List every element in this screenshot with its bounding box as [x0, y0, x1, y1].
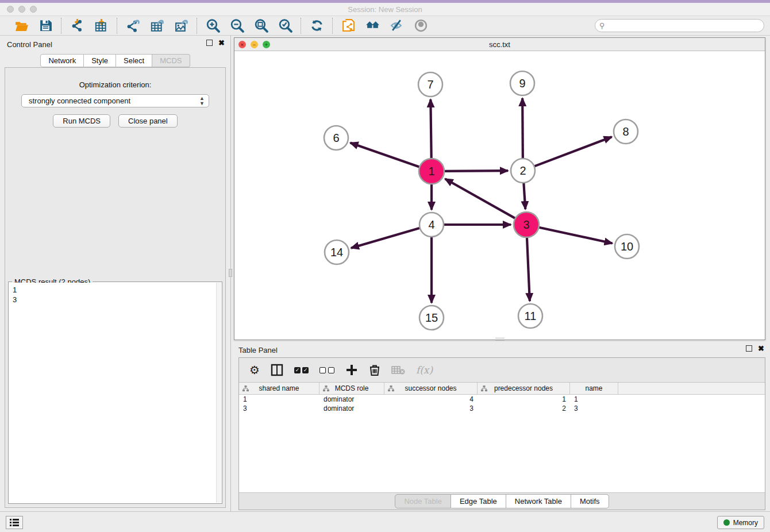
table-cell[interactable]: 3 [239, 404, 319, 413]
float-panel-icon[interactable] [206, 40, 213, 46]
tab-mcds[interactable]: MCDS [152, 54, 190, 67]
graph-node-14[interactable]: 14 [325, 240, 349, 264]
tab-select[interactable]: Select [116, 54, 152, 67]
select-all-columns-icon[interactable]: ✓✓ [294, 367, 309, 373]
graph-edge-1-2[interactable] [444, 171, 508, 171]
dropdown-stepper-icon: ▲▼ [199, 96, 205, 106]
table-cell[interactable]: 2 [478, 404, 570, 413]
graph-node-10[interactable]: 10 [615, 234, 639, 259]
graph-node-15[interactable]: 15 [419, 306, 444, 330]
zoom-fit-icon[interactable] [253, 18, 269, 34]
graph-node-6[interactable]: 6 [324, 126, 348, 150]
table-cell[interactable]: 3 [384, 404, 478, 413]
open-session-icon[interactable] [13, 18, 29, 34]
graph-edge-1-6[interactable] [351, 143, 421, 167]
control-panel-header: Control Panel ✖ [0, 36, 230, 53]
refresh-icon[interactable] [309, 18, 325, 34]
graph-node-2[interactable]: 2 [511, 159, 535, 183]
graph-edge-1-7[interactable] [430, 99, 431, 159]
close-panel-icon[interactable]: ✖ [218, 40, 225, 46]
tab-edge-table[interactable]: Edge Table [451, 494, 506, 508]
result-scrollbar[interactable] [216, 283, 221, 503]
run-mcds-button[interactable]: Run MCDS [53, 114, 110, 128]
tab-network[interactable]: Network [40, 54, 84, 67]
table-cell[interactable]: dominator [319, 404, 384, 413]
criterion-dropdown[interactable]: strongly connected component ▲▼ [21, 94, 209, 107]
save-session-icon[interactable] [37, 18, 53, 34]
table-header-row: shared nameMCDS rolesuccessor nodesprede… [239, 383, 765, 395]
titlebar[interactable]: Session: New Session [0, 3, 770, 16]
graph-edge-2-9[interactable] [522, 98, 523, 159]
result-line: 1 [13, 285, 213, 295]
graph-node-8[interactable]: 8 [614, 119, 638, 144]
zoom-in-icon[interactable] [205, 18, 221, 34]
node-table-container: ⚙✓✓f(x) shared nameMCDS rolesuccessor no… [238, 357, 765, 510]
mcds-result-text[interactable]: 13 [9, 283, 216, 503]
first-neighbors-icon[interactable] [364, 18, 380, 34]
table-cell[interactable]: 3 [570, 404, 618, 413]
close-table-panel-icon[interactable]: ✖ [758, 345, 764, 352]
table-cell[interactable]: 1 [478, 395, 570, 404]
graph-node-9[interactable]: 9 [510, 71, 534, 95]
tab-motifs[interactable]: Motifs [571, 494, 609, 508]
graph-edge-4-14[interactable] [351, 228, 421, 248]
application-window: Session: New Session ⚲ Control Panel ✖ N… [0, 0, 770, 532]
import-table-icon[interactable] [93, 18, 109, 34]
memory-button[interactable]: Memory [717, 516, 764, 529]
vertical-splitter-handle[interactable] [229, 269, 232, 277]
search-icon: ⚲ [599, 21, 605, 30]
column-header-name[interactable]: name [570, 383, 618, 394]
network-graph[interactable]: 7968124314101511 [234, 51, 765, 340]
delete-column-icon[interactable] [369, 364, 380, 376]
table-cell[interactable]: 1 [239, 395, 319, 404]
graph-node-7[interactable]: 7 [418, 72, 442, 97]
hide-selected-icon[interactable] [388, 18, 405, 34]
tab-style[interactable]: Style [84, 54, 116, 67]
table-settings-icon[interactable]: ⚙ [249, 363, 260, 377]
delete-table-icon [391, 365, 405, 375]
tab-network-table[interactable]: Network Table [506, 494, 571, 508]
zoom-out-icon[interactable] [229, 18, 245, 34]
graph-node-4[interactable]: 4 [419, 213, 444, 237]
column-header-shared-name[interactable]: shared name [239, 383, 319, 394]
float-table-panel-icon[interactable] [746, 345, 752, 352]
zoom-selected-icon[interactable] [277, 18, 293, 34]
show-columns-icon[interactable] [271, 364, 283, 376]
unselect-all-columns-icon[interactable] [319, 367, 334, 373]
duplicate-network-icon[interactable] [340, 18, 356, 34]
show-all-icon[interactable] [413, 18, 429, 34]
table-row[interactable]: 1dominator411 [239, 395, 765, 404]
mcds-result-box: MCDS result (2 nodes) 13 [8, 282, 222, 504]
graph-edge-3-11[interactable] [527, 237, 530, 301]
column-header-successor-nodes[interactable]: successor nodes [384, 383, 478, 394]
column-header-MCDS-role[interactable]: MCDS role [319, 383, 384, 394]
graph-node-1[interactable]: 1 [419, 159, 444, 184]
graph-edge-2-3[interactable] [523, 182, 525, 209]
graph-edge-2-8[interactable] [534, 137, 612, 167]
network-view-window: × − + scc.txt 7968124314101511 [234, 37, 765, 340]
table-cell[interactable]: 4 [384, 395, 478, 404]
task-history-button[interactable] [6, 516, 23, 529]
export-network-icon[interactable] [125, 18, 141, 34]
graph-node-3[interactable]: 3 [514, 212, 539, 237]
close-panel-button[interactable]: Close panel [118, 114, 178, 128]
table-cell[interactable]: 1 [570, 395, 618, 404]
add-column-icon[interactable] [345, 364, 358, 376]
tab-node-table[interactable]: Node Table [395, 494, 451, 508]
node-label: 7 [427, 78, 433, 91]
table-panel-title: Table Panel [238, 346, 278, 354]
network-window-titlebar[interactable]: × − + scc.txt [234, 38, 765, 51]
graph-edge-3-1[interactable] [445, 179, 516, 218]
table-row[interactable]: 3dominator323 [239, 404, 765, 413]
horizontal-splitter-handle[interactable] [495, 338, 505, 341]
export-table-icon[interactable] [149, 18, 165, 34]
column-header-predecessor-nodes[interactable]: predecessor nodes [478, 383, 570, 394]
memory-status-icon [723, 519, 730, 526]
control-panel: Control Panel ✖ NetworkStyleSelectMCDS O… [0, 36, 231, 511]
graph-node-11[interactable]: 11 [518, 304, 542, 328]
import-network-icon[interactable] [69, 18, 85, 34]
graph-edge-3-10[interactable] [538, 227, 613, 243]
table-cell[interactable]: dominator [319, 395, 384, 404]
search-input[interactable] [595, 19, 764, 32]
export-image-icon[interactable] [173, 18, 189, 34]
